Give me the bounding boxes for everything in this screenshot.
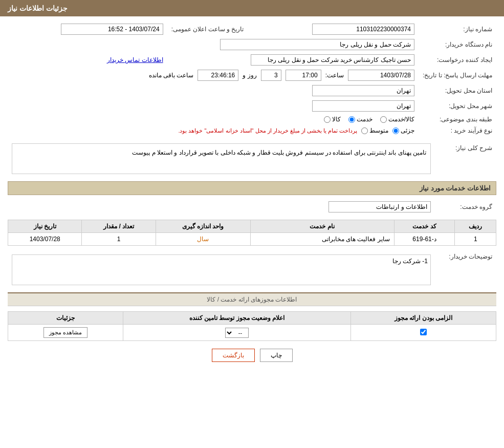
category-cell: کالا/خدمت خدمت کالا [8, 114, 419, 125]
service-info-section-title: اطلاعات خدمات مورد نیاز [8, 181, 496, 195]
deadline-label: مهلت ارسال پاسخ: تا تاریخ: [419, 68, 496, 83]
category-option-khedmat-label: خدمت [357, 116, 372, 123]
deadline-time-label: ساعت: [325, 72, 344, 79]
creator-label: ایجاد کننده درخواست: [419, 52, 496, 68]
remaining-suffix: ساعت باقی مانده [149, 72, 194, 79]
description-table: شرح کلی نیاز: تامین پهنای باند اینترنتی … [8, 141, 496, 176]
city-input[interactable] [312, 100, 414, 112]
category-radio-kala[interactable] [324, 116, 331, 123]
service-group-input[interactable] [328, 201, 431, 212]
cell-quantity: 1 [82, 233, 156, 246]
remaining-time-input[interactable] [198, 70, 238, 81]
category-radio-khedmat[interactable] [348, 116, 355, 123]
purchase-type-motavasset-radio[interactable] [361, 127, 368, 134]
creator-cell [167, 52, 419, 68]
cell-row: 1 [455, 233, 496, 246]
purchase-type-group: جزئی متوسط پرداخت تمام یا بخشی از مبلغ خ… [12, 127, 414, 134]
category-radio-kala-khedmat[interactable] [380, 116, 387, 123]
col-header-row: ردیف [455, 220, 496, 233]
remaining-days-label: روز و [243, 72, 256, 79]
purchase-type-motavasset[interactable]: متوسط [361, 127, 388, 134]
announce-date-input[interactable] [61, 24, 163, 35]
page-title: جزئیات اطلاعات نیاز [8, 4, 68, 12]
license-section-header: اطلاعات مجوزهای ارائه خدمت / کالا [8, 292, 496, 306]
purchase-type-note: پرداخت تمام یا بخشی از مبلغ خریدار از مح… [178, 127, 357, 134]
city-label: شهر محل تحویل: [419, 98, 496, 114]
table-row: 1 د-61-619 سایر فعالیت های مخابراتی سال … [8, 233, 496, 246]
creator-link[interactable]: اطلاعات تماس خریدار [107, 56, 163, 63]
service-group-cell [8, 199, 435, 215]
category-option-kala-khedmat[interactable]: کالا/خدمت [380, 116, 414, 123]
license-required-cell [351, 325, 496, 341]
description-box: تامین پهنای باند اینترنتی برای استفاده د… [12, 143, 431, 174]
col-header-date: تاریخ نیاز [8, 220, 82, 233]
service-group-label: گروه خدمت: [435, 199, 496, 215]
license-required-checkbox[interactable] [420, 329, 427, 335]
announce-date-cell [8, 22, 167, 37]
buyer-name-input[interactable] [220, 39, 414, 50]
buyer-notes-table: توضیحات خریدار: 1- شرکت رجا [8, 250, 496, 287]
col-header-name: نام خدمت [250, 220, 394, 233]
category-option-kala-label: کالا [332, 116, 341, 123]
license-row: -- مشاهده مجوز [8, 325, 496, 341]
creator-link-cell: اطلاعات تماس خریدار [8, 52, 167, 68]
need-number-input[interactable] [312, 24, 414, 35]
need-number-label: شماره نیاز: [419, 22, 496, 37]
cell-code: د-61-619 [394, 233, 455, 246]
purchase-type-cell: جزئی متوسط پرداخت تمام یا بخشی از مبلغ خ… [8, 125, 419, 136]
purchase-type-motavasset-label: متوسط [369, 127, 388, 134]
buyer-name-label: نام دستگاه خریدار: [419, 37, 496, 52]
announce-date-label: تاریخ و ساعت اعلان عمومی: [167, 22, 259, 37]
creator-input[interactable] [251, 54, 414, 66]
category-option-kala[interactable]: کالا [324, 116, 341, 123]
buyer-notes-text: 1- شرکت رجا [392, 258, 428, 265]
remaining-days-input[interactable] [261, 70, 281, 81]
category-option-khedmat[interactable]: خدمت [348, 116, 372, 123]
cell-unit: سال [156, 233, 250, 246]
view-license-button[interactable]: مشاهده مجوز [43, 327, 87, 338]
need-number-cell [259, 22, 419, 37]
back-button[interactable]: بازگشت [212, 349, 255, 362]
license-details-cell: مشاهده مجوز [8, 325, 123, 341]
category-option-kala-khedmat-label: کالا/خدمت [388, 116, 414, 123]
basic-info-table: شماره نیاز: تاریخ و ساعت اعلان عمومی: نا… [8, 22, 496, 136]
category-radio-group: کالا/خدمت خدمت کالا [324, 116, 414, 123]
buyer-name-cell [8, 37, 419, 52]
deadline-cell: ساعت: روز و ساعت باقی مانده [8, 68, 419, 83]
buyer-notes-cell: 1- شرکت رجا [8, 250, 435, 287]
license-col-details: جزئیات [8, 312, 123, 325]
description-cell: تامین پهنای باند اینترنتی برای استفاده د… [8, 141, 435, 176]
license-col-status: اعلام وضعیت مجوز توسط تامین کننده [123, 312, 351, 325]
buyer-notes-label: توضیحات خریدار: [435, 250, 496, 287]
page-wrapper: جزئیات اطلاعات نیاز شماره نیاز: تاریخ و … [0, 0, 504, 448]
buyer-notes-area: 1- شرکت رجا [12, 254, 431, 285]
service-table: ردیف کد خدمت نام خدمت واحد اندازه گیری ت… [8, 220, 496, 246]
page-header: جزئیات اطلاعات نیاز [0, 0, 504, 16]
description-text: تامین پهنای باند اینترنتی برای استفاده د… [132, 149, 426, 156]
cell-name: سایر فعالیت های مخابراتی [250, 233, 394, 246]
col-header-qty: تعداد / مقدار [82, 220, 156, 233]
province-label: استان محل تحویل: [419, 83, 496, 98]
col-header-unit: واحد اندازه گیری [156, 220, 250, 233]
print-button[interactable]: چاپ [260, 349, 293, 362]
license-status-cell: -- [123, 325, 351, 341]
category-label: طبقه بندی موضوعی: [419, 114, 496, 125]
license-col-required: الزامی بودن ارائه مجوز [351, 312, 496, 325]
purchase-type-jozi-label: جزئی [401, 127, 414, 134]
province-cell [8, 83, 419, 98]
purchase-type-jozi-radio[interactable] [392, 127, 399, 134]
col-header-code: کد خدمت [394, 220, 455, 233]
province-input[interactable] [312, 85, 414, 96]
deadline-time-input[interactable] [286, 70, 321, 81]
footer-buttons: چاپ بازگشت [8, 341, 496, 370]
license-table: الزامی بودن ارائه مجوز اعلام وضعیت مجوز … [8, 311, 496, 341]
cell-date: 1403/07/28 [8, 233, 82, 246]
deadline-date-input[interactable] [348, 70, 414, 81]
license-status-select[interactable]: -- [225, 328, 249, 338]
purchase-type-jozi[interactable]: جزئی [392, 127, 414, 134]
service-group-table: گروه خدمت: [8, 199, 496, 215]
purchase-type-label: نوع فرآیند خرید : [419, 125, 496, 136]
description-label: شرح کلی نیاز: [435, 141, 496, 176]
city-cell [8, 98, 419, 114]
main-content: شماره نیاز: تاریخ و ساعت اعلان عمومی: نا… [0, 16, 504, 375]
